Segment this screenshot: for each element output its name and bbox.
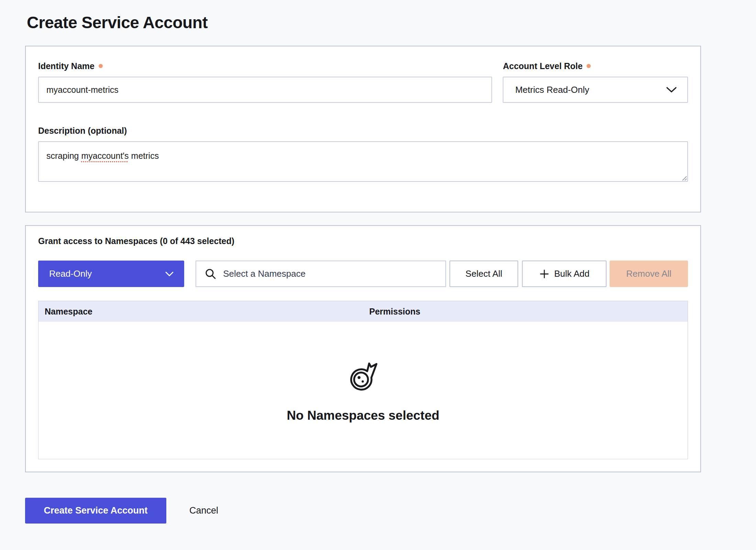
select-all-button[interactable]: Select All: [449, 261, 518, 287]
description-textarea[interactable]: scraping myaccount's metrics: [38, 141, 688, 182]
account-level-role-label: Account Level Role: [503, 61, 582, 71]
identity-name-input[interactable]: [38, 77, 492, 103]
create-service-account-page: Create Service Account Identity Name Acc…: [0, 0, 756, 524]
namespaces-card: Grant access to Namespaces (0 of 443 sel…: [25, 225, 701, 472]
identity-name-label: Identity Name: [38, 61, 94, 71]
identity-name-label-row: Identity Name: [38, 61, 492, 71]
remove-all-label: Remove All: [626, 268, 671, 279]
cancel-button[interactable]: Cancel: [189, 505, 218, 516]
namespaces-table-header: Namespace Permissions: [38, 301, 688, 322]
account-level-role-label-row: Account Level Role: [503, 61, 688, 71]
permission-dropdown[interactable]: Read-Only: [38, 261, 184, 287]
identity-card: Identity Name Account Level Role Metrics…: [25, 46, 701, 212]
form-actions: Create Service Account Cancel: [25, 498, 756, 524]
account-level-role-select[interactable]: Metrics Read-Only: [503, 77, 688, 103]
chevron-down-icon: [666, 87, 677, 93]
textarea-resize-handle-icon[interactable]: [681, 175, 687, 180]
permission-dropdown-value: Read-Only: [49, 268, 92, 279]
chevron-down-icon: [165, 271, 174, 277]
namespaces-controls-row: Read-Only Select All: [38, 261, 688, 287]
namespace-search-box[interactable]: [196, 261, 446, 287]
namespaces-heading: Grant access to Namespaces (0 of 443 sel…: [38, 236, 688, 246]
column-header-namespace: Namespace: [38, 307, 363, 317]
page-title: Create Service Account: [27, 13, 756, 32]
cancel-label: Cancel: [189, 505, 218, 516]
remove-all-button: Remove All: [610, 261, 688, 287]
plus-icon: [539, 269, 549, 279]
account-level-role-value: Metrics Read-Only: [515, 85, 589, 95]
create-service-account-label: Create Service Account: [44, 505, 147, 516]
create-service-account-button[interactable]: Create Service Account: [25, 498, 166, 524]
namespaces-table: Namespace Permissions No Namespaces sele…: [38, 301, 688, 459]
description-text-after: metrics: [129, 151, 159, 161]
empty-state-message: No Namespaces selected: [287, 408, 439, 423]
search-icon: [204, 268, 217, 280]
bulk-add-button[interactable]: Bulk Add: [522, 261, 607, 287]
description-text-misspelled: myaccount's: [81, 151, 129, 161]
required-dot-icon: [587, 64, 591, 68]
description-label-row: Description (optional): [38, 125, 688, 136]
comet-icon: [348, 362, 378, 391]
description-text-before: scraping: [46, 151, 81, 161]
required-dot-icon: [99, 64, 103, 68]
column-header-permissions: Permissions: [363, 307, 688, 317]
select-all-label: Select All: [466, 268, 502, 279]
description-label: Description (optional): [38, 126, 127, 136]
bulk-add-label: Bulk Add: [554, 268, 590, 279]
namespaces-table-body: No Namespaces selected: [38, 322, 688, 459]
namespace-search-input[interactable]: [222, 263, 438, 285]
